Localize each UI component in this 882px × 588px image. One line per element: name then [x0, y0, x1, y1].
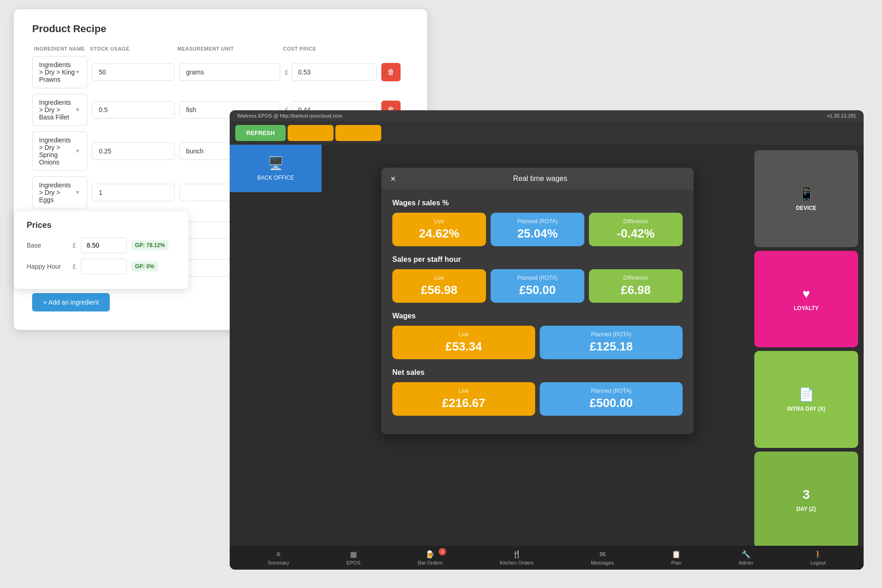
day-z-label: DAY (Z)	[797, 506, 816, 512]
recipe-title: Product Recipe	[32, 23, 409, 35]
wages-modal-title: Real time wages	[396, 175, 684, 183]
wages-live-pct-tile: Live 24.62%	[392, 213, 486, 246]
top-btn-3[interactable]	[335, 125, 381, 141]
happy-hour-price-input[interactable]	[81, 259, 127, 274]
prices-card: Prices Base £ GP: 78.12% Happy Hour £ GP…	[14, 211, 188, 289]
ingredient-name-1: Ingredients > Dry > King Prawns	[39, 61, 75, 83]
sales-diff-tile: Difference £6.98	[589, 269, 683, 303]
plan-icon: 📋	[672, 550, 681, 559]
ingredient-select-3[interactable]: Ingredients > Dry > Spring Onions ▼	[32, 131, 87, 171]
col-stock: STOCK USAGE	[90, 46, 173, 51]
summary-icon: ≡	[276, 550, 280, 559]
cost-group-1: £	[285, 63, 377, 81]
cost-input-1[interactable]	[291, 63, 377, 81]
add-ingredient-button[interactable]: + Add an ingredient	[32, 293, 110, 311]
wages-planned-label: Planned (ROTA)	[591, 331, 632, 338]
ingredient-select-1[interactable]: Ingredients > Dry > King Prawns ▼	[32, 56, 87, 88]
happy-hour-gp-badge: GP: 0%	[131, 261, 158, 271]
day-z-tile[interactable]: 3 DAY (Z)	[754, 452, 858, 548]
ingredient-select-4[interactable]: Ingredients > Dry > Eggs ▼	[32, 176, 87, 209]
dropdown-arrow-4: ▼	[75, 189, 80, 196]
nav-epos-label: EPOS	[346, 560, 361, 565]
back-office-label: BACK OFFICE	[257, 175, 294, 181]
device-label: DEVICE	[796, 205, 817, 211]
net-sales-planned-tile: Planned (ROTA) £500.00	[540, 382, 683, 416]
table-header: INGREDIENT NAME STOCK USAGE MEASUREMENT …	[32, 46, 409, 51]
nav-plan[interactable]: 📋 Plan	[671, 550, 681, 565]
net-sales-planned-value: £500.00	[590, 396, 633, 410]
dropdown-arrow-1: ▼	[75, 69, 80, 75]
loyalty-label: LOYALTY	[794, 305, 819, 311]
net-sales-planned-label: Planned (ROTA)	[591, 388, 632, 394]
epos-header: Waitress EPOS @ http://bartest.rposcloud…	[230, 110, 864, 121]
sales-staff-hour-title: Sales per staff hour	[392, 255, 683, 264]
loyalty-tile[interactable]: ♥ LOYALTY	[754, 251, 858, 348]
epos-left-panel: 🖥️ BACK OFFICE	[230, 145, 322, 554]
epos-center: × Real time wages Wages / sales % Live 2…	[322, 145, 749, 554]
epos-header-text: Waitress EPOS @ http://bartest.rposcloud…	[237, 113, 342, 119]
nav-plan-label: Plan	[671, 560, 681, 565]
usage-input-4[interactable]	[92, 184, 175, 201]
close-modal-button[interactable]: ×	[390, 174, 396, 183]
wages-live-tile: Live £53.34	[392, 326, 535, 359]
sales-staff-hour-grid: Live £56.98 Planned (ROTA) £50.00 Differ…	[392, 269, 683, 303]
price-row-happy-hour: Happy Hour £ GP: 0%	[27, 259, 175, 274]
happy-hour-currency: £	[73, 263, 76, 270]
epos-right-panel: 📱 DEVICE ♥ LOYALTY 📄 INTRA DAY (X) 3 DAY…	[749, 145, 864, 554]
wages-diff-pct-value: -0.42%	[617, 226, 655, 241]
wages-diff-pct-tile: Difference -0.42%	[589, 213, 683, 246]
wages-planned-pct-value: 25.04%	[517, 226, 558, 241]
back-office-button[interactable]: 🖥️ BACK OFFICE	[230, 145, 322, 192]
wages-sales-pct-title: Wages / sales %	[392, 199, 683, 207]
heart-icon: ♥	[803, 287, 810, 301]
delete-btn-1[interactable]: 🗑	[381, 63, 401, 81]
base-label: Base	[27, 242, 68, 249]
kitchen-icon: 🍴	[512, 550, 521, 559]
wages-diff-pct-label: Difference	[623, 218, 648, 225]
wages-title: Wages	[392, 312, 683, 320]
net-sales-grid: Live £216.67 Planned (ROTA) £500.00	[392, 382, 683, 416]
sales-planned-tile: Planned (ROTA) £50.00	[491, 269, 584, 303]
nav-kitchen-orders[interactable]: 🍴 Kitchen Orders	[500, 550, 533, 565]
nav-summary[interactable]: ≡ Summary	[267, 550, 289, 565]
usage-input-2[interactable]	[92, 101, 175, 119]
nav-messages-label: Messages	[591, 560, 614, 565]
sales-live-tile: Live £56.98	[392, 269, 486, 303]
wages-live-pct-label: Live	[434, 218, 444, 225]
intra-day-tile[interactable]: 📄 INTRA DAY (X)	[754, 351, 858, 448]
ingredient-select-2[interactable]: Ingredients > Dry > Basa Fillet ▼	[32, 94, 87, 126]
wages-sales-pct-grid: Live 24.62% Planned (ROTA) 25.04% Differ…	[392, 213, 683, 246]
nav-logout[interactable]: 🚶 Logout	[810, 550, 826, 565]
refresh-button[interactable]: REFRESH	[235, 125, 286, 141]
nav-bar-orders[interactable]: 🍺 6 Bar Orders	[418, 550, 443, 565]
wages-modal-body: Wages / sales % Live 24.62% Planned (ROT…	[381, 190, 694, 434]
base-gp-badge: GP: 78.12%	[131, 240, 169, 250]
wages-planned-value: £125.18	[590, 339, 633, 354]
sales-diff-value: £6.98	[621, 283, 650, 297]
base-price-input[interactable]	[81, 237, 127, 253]
col-unit: MEASUREMENT UNIT	[177, 46, 278, 51]
top-btn-2[interactable]	[288, 125, 334, 141]
sales-live-label: Live	[434, 275, 444, 281]
bar-orders-badge: 6	[439, 548, 446, 555]
usage-input-1[interactable]	[92, 63, 175, 81]
ingredient-name-2: Ingredients > Dry > Basa Fillet	[39, 99, 75, 121]
wages-modal-header: × Real time wages	[381, 168, 694, 190]
epos-content: 🖥️ BACK OFFICE × Real time wages Wages /…	[230, 145, 864, 554]
nav-summary-label: Summary	[267, 560, 289, 565]
device-tile[interactable]: 📱 DEVICE	[754, 150, 858, 247]
wages-planned-tile: Planned (ROTA) £125.18	[540, 326, 683, 359]
nav-admin[interactable]: 🔧 Admin	[739, 550, 753, 565]
ingredient-name-3: Ingredients > Dry > Spring Onions	[39, 136, 75, 166]
logout-icon: 🚶	[814, 550, 823, 559]
col-cost: COST PRICE	[283, 46, 375, 51]
usage-input-3[interactable]	[92, 142, 175, 160]
nav-kitchen-label: Kitchen Orders	[500, 560, 533, 565]
epos-bottom-nav: ≡ Summary ▦ EPOS 🍺 6 Bar Orders 🍴 Kitche…	[230, 546, 864, 570]
dropdown-arrow-2: ▼	[75, 107, 80, 113]
prices-title: Prices	[27, 220, 175, 230]
happy-hour-label: Happy Hour	[27, 263, 68, 270]
unit-input-1[interactable]	[179, 63, 280, 81]
nav-messages[interactable]: ✉ Messages	[591, 550, 614, 565]
nav-epos[interactable]: ▦ EPOS	[346, 550, 361, 565]
